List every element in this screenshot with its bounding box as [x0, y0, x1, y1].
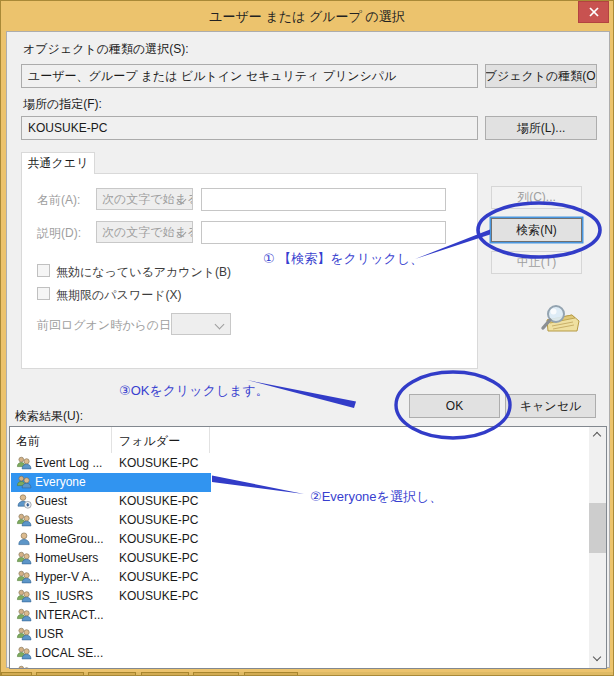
- search-folder-icon: [539, 303, 583, 337]
- name-label: 名前(A):: [37, 192, 80, 209]
- result-folder: KOUSUKE-PC: [119, 570, 198, 584]
- location-label: 場所の指定(F):: [23, 96, 102, 113]
- annotation-step1: ① 【検索】をクリックし、: [263, 250, 423, 268]
- scroll-up-button[interactable]: [589, 427, 606, 444]
- group-icon: [16, 588, 32, 604]
- result-name: IIS_IUSRS: [35, 589, 93, 603]
- description-input[interactable]: [201, 221, 446, 244]
- days-since-logon-select: [171, 313, 231, 335]
- non-expiring-password-label: 無期限のパスワード(X): [56, 287, 181, 304]
- results-rows: Event Log ...KOUSUKE-PCEveryoneGuestKOUS…: [10, 454, 589, 668]
- group-icon: [16, 626, 32, 642]
- description-label: 説明(D):: [37, 225, 81, 242]
- column-separator[interactable]: [209, 427, 210, 453]
- columns-button: 列(C)...: [491, 186, 582, 209]
- column-separator[interactable]: [111, 427, 112, 453]
- list-item[interactable]: INTERACT...: [10, 606, 589, 625]
- result-name: Guests: [35, 513, 73, 527]
- name-condition-select: 次の文字で始まる: [96, 188, 193, 210]
- result-folder: KOUSUKE-PC: [119, 589, 198, 603]
- taskbar-button[interactable]: [36, 672, 84, 676]
- result-folder: KOUSUKE-PC: [119, 513, 198, 527]
- taskbar-button[interactable]: [1, 672, 32, 676]
- name-input[interactable]: [201, 188, 446, 211]
- results-list: 名前 フォルダー Event Log ...KOUSUKE-PCEveryone…: [9, 426, 607, 669]
- close-icon: [589, 7, 599, 17]
- result-name: IUSR: [35, 627, 64, 641]
- group-icon: [16, 607, 32, 623]
- group-icon: [16, 550, 32, 566]
- result-name: INTERACT...: [35, 608, 104, 622]
- list-item[interactable]: GuestsKOUSUKE-PC: [10, 511, 589, 530]
- ok-button[interactable]: OK: [409, 394, 500, 418]
- result-folder: KOUSUKE-PC: [119, 494, 198, 508]
- list-item[interactable]: Everyone: [10, 473, 589, 492]
- list-item[interactable]: [10, 663, 589, 668]
- result-name: Hyper-V A...: [35, 570, 100, 584]
- result-name: Event Log ...: [35, 456, 102, 470]
- group-icon: [16, 512, 32, 528]
- taskbar-strip: [1, 672, 614, 676]
- result-name: Guest: [35, 494, 67, 508]
- list-item[interactable]: IIS_IUSRSKOUSUKE-PC: [10, 587, 589, 606]
- location-field: KOUSUKE-PC: [21, 116, 478, 140]
- list-item[interactable]: Hyper-V A...KOUSUKE-PC: [10, 568, 589, 587]
- list-item[interactable]: HomeUsersKOUSUKE-PC: [10, 549, 589, 568]
- user-icon: [16, 531, 32, 547]
- search-button[interactable]: 検索(N): [491, 218, 582, 242]
- taskbar-button[interactable]: [88, 672, 136, 676]
- group-icon: [16, 455, 32, 471]
- list-item[interactable]: IUSR: [10, 625, 589, 644]
- group-icon: [16, 474, 32, 490]
- annotation-step3: ③OKをクリックします。: [119, 382, 269, 400]
- list-item[interactable]: HomeGrou...KOUSUKE-PC: [10, 530, 589, 549]
- object-type-field: ユーザー、グループ または ビルトイン セキュリティ プリンシパル: [21, 64, 478, 88]
- result-folder: KOUSUKE-PC: [119, 532, 198, 546]
- taskbar-button[interactable]: [141, 672, 189, 676]
- locations-button[interactable]: 場所(L)...: [485, 116, 597, 140]
- cancel-button[interactable]: キャンセル: [505, 394, 596, 418]
- close-button[interactable]: [578, 1, 609, 23]
- list-item[interactable]: LOCAL SE...: [10, 644, 589, 663]
- guest-icon: [16, 493, 32, 509]
- column-header-folder[interactable]: フォルダー: [119, 433, 180, 450]
- object-type-label: オブジェクトの種類の選択(S):: [23, 41, 189, 58]
- disabled-accounts-checkbox: [37, 264, 50, 277]
- disabled-accounts-label: 無効になっているアカウント(B): [56, 264, 231, 281]
- taskbar-button[interactable]: [193, 672, 239, 676]
- result-folder: KOUSUKE-PC: [119, 456, 198, 470]
- scroll-down-button[interactable]: [589, 651, 606, 668]
- result-name: Everyone: [35, 475, 86, 489]
- annotation-step2: ②Everyoneを選択し、: [310, 488, 442, 506]
- non-expiring-password-checkbox: [37, 287, 50, 300]
- result-name: HomeGrou...: [35, 532, 104, 546]
- tab-common-queries[interactable]: 共通クエリ: [21, 152, 95, 174]
- taskbar-button[interactable]: [244, 672, 298, 676]
- window-title: ユーザー または グループ の選択: [1, 8, 613, 26]
- chevron-down-icon: [593, 653, 601, 661]
- column-header-name[interactable]: 名前: [16, 433, 40, 450]
- title-bar: ユーザー または グループ の選択: [1, 1, 613, 31]
- stop-button: 中止(T): [491, 251, 582, 274]
- result-name: LOCAL SE...: [35, 646, 103, 660]
- chevron-down-icon: [215, 320, 225, 330]
- result-name: HomeUsers: [35, 551, 98, 565]
- result-folder: KOUSUKE-PC: [119, 551, 198, 565]
- object-types-button[interactable]: オブジェクトの種類(O)...: [485, 64, 597, 88]
- list-item[interactable]: GuestKOUSUKE-PC: [10, 492, 589, 511]
- group-icon: [16, 569, 32, 585]
- group-icon: [16, 664, 32, 668]
- chevron-up-icon: [593, 432, 601, 440]
- results-header: 名前 フォルダー: [10, 427, 606, 453]
- description-condition-select: 次の文字で始まる: [96, 221, 193, 243]
- group-icon: [16, 645, 32, 661]
- search-results-label: 検索結果(U):: [15, 408, 83, 425]
- vertical-scrollbar[interactable]: [589, 427, 606, 668]
- scrollbar-thumb[interactable]: [589, 503, 606, 553]
- list-item[interactable]: Event Log ...KOUSUKE-PC: [10, 454, 589, 473]
- dialog-window: ユーザー または グループ の選択 オブジェクトの種類の選択(S): ユーザー、…: [0, 0, 614, 676]
